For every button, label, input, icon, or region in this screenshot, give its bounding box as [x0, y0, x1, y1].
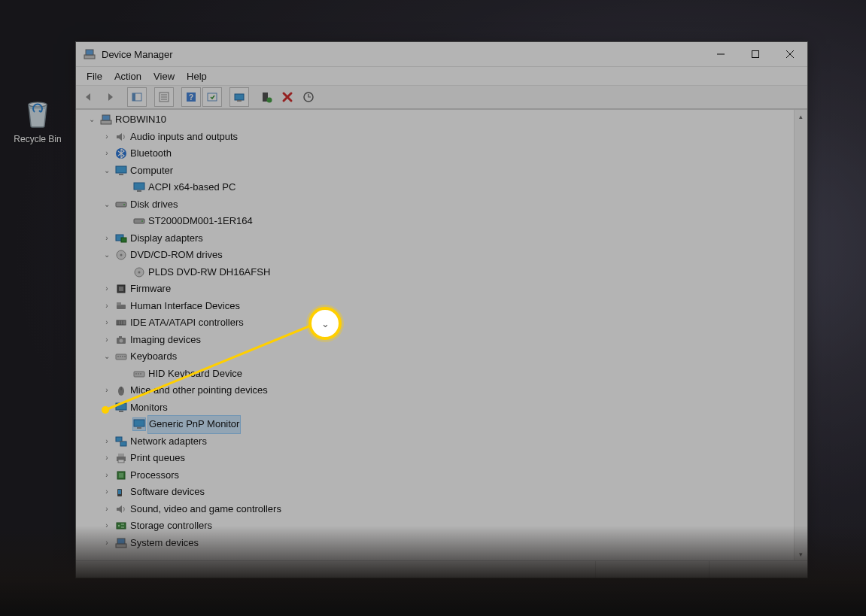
tree-firmware[interactable]: › Firmware [76, 281, 794, 298]
action-button[interactable] [202, 87, 222, 107]
tree-disk[interactable]: ⌄ Disk drives [76, 196, 794, 214]
titlebar[interactable]: Device Manager [76, 42, 807, 67]
expander-icon[interactable]: ⌄ [102, 351, 112, 362]
tree-display[interactable]: › Display adapters [76, 230, 794, 247]
expander-icon[interactable]: › [102, 436, 112, 447]
device-manager-window: Device Manager File Action View Help ? [75, 41, 808, 578]
svg-point-47 [120, 338, 123, 342]
tree-monitors-child[interactable]: Generic PnP Monitor [76, 416, 794, 433]
expander-icon[interactable]: › [102, 470, 112, 481]
expander-icon[interactable]: › [102, 301, 112, 311]
tree-mice[interactable]: › Mice and other pointing devices [76, 382, 794, 399]
svg-rect-63 [137, 427, 141, 429]
vertical-scrollbar[interactable]: ▴ ▾ [794, 110, 807, 560]
expander-icon[interactable]: › [102, 487, 112, 497]
svg-rect-1 [84, 55, 95, 59]
device-tree[interactable]: ⌄ ROBWIN10 › Audio inputs and outputs › … [76, 110, 794, 560]
back-button[interactable] [79, 87, 99, 107]
expander-icon[interactable]: › [102, 284, 112, 294]
tree-sound[interactable]: › Sound, video and game controllers [76, 501, 794, 518]
tree-print[interactable]: › Print queues [76, 450, 794, 467]
menu-action[interactable]: Action [108, 69, 147, 83]
expander-icon[interactable]: ⌄ [102, 199, 112, 210]
tree-label: Software devices [130, 484, 205, 501]
tree-disk-child[interactable]: ST2000DM001-1ER164 [76, 213, 794, 230]
toolbar: ? [76, 86, 807, 109]
tree-processors[interactable]: › Processors [76, 467, 794, 484]
expander-icon[interactable]: › [102, 504, 112, 514]
scan-hardware-button[interactable] [299, 87, 318, 107]
minimize-button[interactable] [703, 42, 738, 66]
speaker-icon [115, 503, 127, 515]
forward-button[interactable] [100, 87, 120, 107]
maximize-button[interactable] [738, 42, 773, 66]
tree-keyboards-child[interactable]: HID Keyboard Device [76, 366, 794, 383]
expander-icon[interactable]: › [102, 520, 112, 531]
expander-icon[interactable]: ⌄ [102, 250, 112, 260]
monitor-icon [133, 418, 145, 430]
svg-rect-71 [119, 473, 123, 478]
svg-rect-25 [119, 174, 123, 175]
expander-icon[interactable]: › [102, 538, 112, 548]
tree-dvd[interactable]: ⌄ DVD/CD-ROM drives [76, 247, 794, 264]
expander-icon[interactable]: › [102, 233, 112, 244]
tree-hid[interactable]: › Human Interface Devices [76, 298, 794, 315]
recycle-bin-icon [20, 94, 56, 130]
expander-icon[interactable]: › [102, 148, 112, 159]
tree-system[interactable]: › System devices [76, 535, 794, 552]
dvd-icon [133, 266, 145, 278]
scroll-up-icon[interactable]: ▴ [795, 110, 807, 123]
tree-network[interactable]: › Network adapters [76, 433, 794, 451]
svg-rect-54 [134, 372, 144, 377]
svg-rect-62 [134, 420, 144, 426]
tree-root[interactable]: ⌄ ROBWIN10 [76, 111, 794, 129]
menu-file[interactable]: File [81, 69, 108, 83]
tree-software[interactable]: › Software devices [76, 484, 794, 501]
svg-point-50 [117, 356, 119, 357]
tree-ide[interactable]: › IDE ATA/ATAPI controllers [76, 314, 794, 332]
expander-icon[interactable]: › [102, 385, 112, 396]
scroll-down-icon[interactable]: ▾ [795, 548, 807, 560]
close-button[interactable] [773, 42, 807, 66]
software-icon [115, 486, 127, 498]
expander-icon[interactable]: › [102, 317, 112, 328]
svg-rect-16 [235, 94, 244, 100]
expander-icon[interactable]: ⌄ [102, 402, 112, 413]
svg-rect-27 [137, 190, 141, 192]
uninstall-device-button[interactable] [278, 87, 297, 107]
expander-icon[interactable]: ⌄ [102, 165, 112, 176]
tree-audio[interactable]: › Audio inputs and outputs [76, 129, 794, 146]
expander-icon[interactable]: › [102, 335, 112, 345]
svg-rect-22 [102, 115, 110, 120]
tree-bluetooth[interactable]: › Bluetooth [76, 145, 794, 162]
tree-imaging[interactable]: › Imaging devices [76, 332, 794, 349]
svg-rect-64 [116, 437, 122, 442]
svg-rect-41 [117, 302, 121, 305]
tree-computer-child[interactable]: ACPI x64-based PC [76, 179, 794, 196]
tree-monitors[interactable]: ⌄ Monitors [76, 399, 794, 417]
help-button[interactable]: ? [181, 87, 201, 107]
svg-point-53 [124, 356, 126, 357]
svg-rect-8 [132, 93, 135, 101]
display-adapter-icon [115, 232, 127, 244]
tree-label: Display adapters [130, 230, 203, 247]
properties-button[interactable] [154, 87, 174, 107]
menu-help[interactable]: Help [181, 69, 213, 83]
update-driver-button[interactable] [229, 87, 249, 107]
svg-point-35 [120, 254, 123, 256]
svg-rect-60 [116, 403, 126, 410]
recycle-bin-desktop-icon[interactable]: Recycle Bin [8, 94, 68, 144]
menu-view[interactable]: View [147, 69, 181, 83]
tree-keyboards[interactable]: ⌄ Keyboards [76, 348, 794, 366]
enable-device-button[interactable] [257, 87, 276, 107]
tree-label: ROBWIN10 [115, 111, 166, 129]
tree-dvd-child[interactable]: PLDS DVD-RW DH16AFSH [76, 264, 794, 281]
expander-icon[interactable]: ⌄ [87, 114, 97, 125]
expander-icon[interactable]: › [102, 132, 112, 142]
tree-computer[interactable]: ⌄ Computer [76, 162, 794, 180]
mouse-icon [115, 384, 127, 396]
expander-icon[interactable]: › [102, 453, 112, 463]
show-hide-tree-button[interactable] [127, 87, 147, 107]
statusbar [76, 560, 807, 578]
tree-storage[interactable]: › Storage controllers [76, 517, 794, 535]
